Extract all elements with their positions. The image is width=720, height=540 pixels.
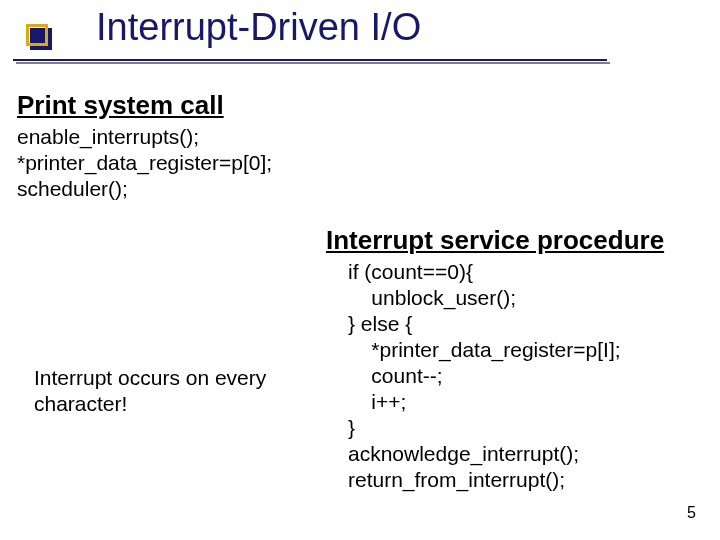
title-underline-shadow [16,62,610,64]
title-bullet-icon [26,24,48,46]
section-print-syscall-heading: Print system call [17,90,224,121]
title-area: Interrupt-Driven I/O [0,6,720,66]
page-number: 5 [687,504,696,522]
title-underline [13,59,607,61]
slide: Interrupt-Driven I/O Print system call e… [0,0,720,540]
section-isr-code: if (count==0){ unblock_user(); } else { … [348,259,621,493]
section-print-syscall-code: enable_interrupts(); *printer_data_regis… [17,124,272,202]
slide-title: Interrupt-Driven I/O [96,6,421,49]
interrupt-note: Interrupt occurs on every character! [34,365,274,417]
section-isr-heading: Interrupt service procedure [326,225,664,256]
